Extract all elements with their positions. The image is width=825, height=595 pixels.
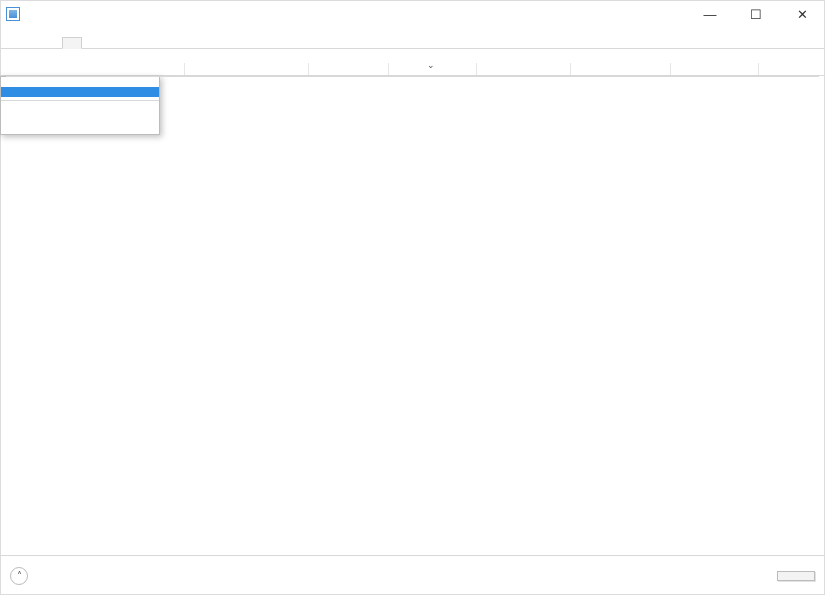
list-bottom-divider xyxy=(6,76,819,77)
menubar xyxy=(0,28,825,36)
col-disk[interactable] xyxy=(571,63,671,75)
tab-services[interactable] xyxy=(122,36,142,48)
col-name[interactable] xyxy=(0,63,185,75)
col-impact[interactable]: ⌄ xyxy=(389,63,477,75)
maximize-button[interactable]: ☐ xyxy=(733,0,779,28)
tab-details[interactable] xyxy=(102,36,122,48)
ctx-expand[interactable] xyxy=(1,77,159,87)
close-button[interactable]: ✕ xyxy=(779,0,825,28)
tab-bar xyxy=(0,36,825,49)
ctx-properties[interactable] xyxy=(1,124,159,134)
column-header-row: ⌄ xyxy=(0,63,825,76)
col-cpu[interactable] xyxy=(671,63,759,75)
tab-app-history[interactable] xyxy=(42,36,62,48)
ctx-separator xyxy=(1,100,159,101)
ctx-disable[interactable] xyxy=(1,87,159,97)
chevron-up-icon[interactable]: ˄ xyxy=(10,567,28,585)
minimize-button[interactable]: — xyxy=(687,0,733,28)
sort-caret-icon: ⌄ xyxy=(427,60,435,70)
ctx-open-location[interactable] xyxy=(1,104,159,114)
task-manager-icon xyxy=(6,7,20,21)
tab-processes[interactable] xyxy=(2,36,22,48)
tab-startup[interactable] xyxy=(62,37,82,49)
tab-performance[interactable] xyxy=(22,36,42,48)
tab-users[interactable] xyxy=(82,36,102,48)
context-menu xyxy=(0,76,160,135)
col-type[interactable] xyxy=(477,63,571,75)
col-publisher[interactable] xyxy=(185,63,309,75)
disable-button[interactable] xyxy=(777,571,815,581)
col-status[interactable] xyxy=(309,63,389,75)
ctx-search-online[interactable] xyxy=(1,114,159,124)
bottom-bar: ˄ xyxy=(0,555,825,595)
bios-time-bar xyxy=(0,49,825,63)
titlebar: — ☐ ✕ xyxy=(0,0,825,28)
